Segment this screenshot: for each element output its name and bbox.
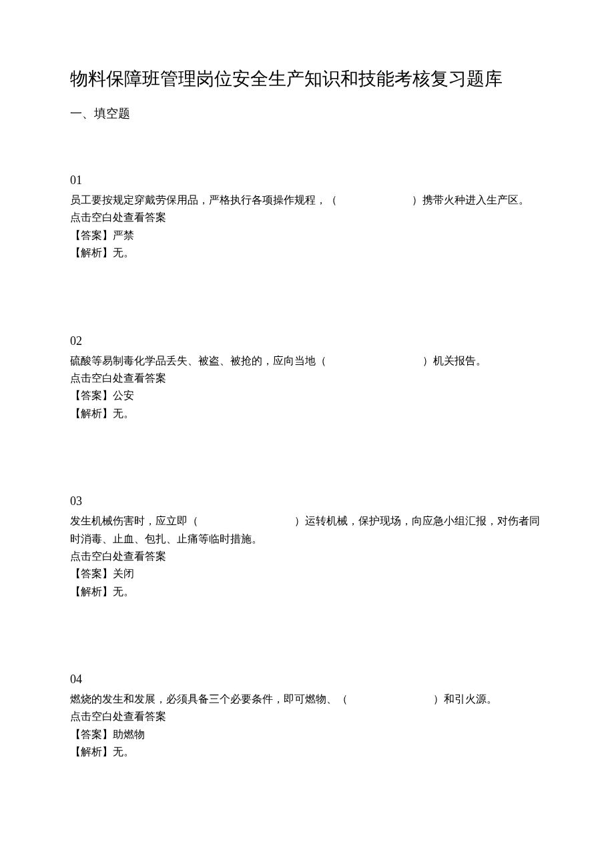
answer-text: 【答案】助燃物: [70, 726, 544, 743]
question-block: 02 硫酸等易制毒化学品丢失、被盗、被抢的，应向当地（ ）机关报告。 点击空白处…: [70, 334, 544, 423]
explain-text: 【解析】无。: [70, 583, 544, 600]
answer-text: 【答案】关闭: [70, 565, 544, 582]
question-text: 燃烧的发生和发展，必须具备三个必要条件，即可燃物、（ ）和引火源。: [70, 691, 544, 708]
question-number: 02: [70, 334, 544, 348]
answer-text: 【答案】公安: [70, 387, 544, 404]
question-number: 03: [70, 494, 544, 508]
hint-text[interactable]: 点击空白处查看答案: [70, 370, 544, 387]
document-title: 物料保障班管理岗位安全生产知识和技能考核复习题库: [70, 67, 544, 91]
answer-text: 【答案】严禁: [70, 227, 544, 244]
explain-text: 【解析】无。: [70, 244, 544, 262]
question-block: 04 燃烧的发生和发展，必须具备三个必要条件，即可燃物、（ ）和引火源。 点击空…: [70, 673, 544, 761]
question-text: 发生机械伤害时，应立即（ ）运转机械，保护现场，向应急小组汇报，对伤者同时消毒、…: [70, 512, 544, 548]
question-text: 硫酸等易制毒化学品丢失、被盗、被抢的，应向当地（ ）机关报告。: [70, 352, 544, 370]
question-text: 员工要按规定穿戴劳保用品，严格执行各项操作规程，（ ）携带火种进入生产区。: [70, 191, 544, 209]
hint-text[interactable]: 点击空白处查看答案: [70, 708, 544, 725]
question-block: 01 员工要按规定穿戴劳保用品，严格执行各项操作规程，（ ）携带火种进入生产区。…: [70, 173, 544, 262]
explain-text: 【解析】无。: [70, 405, 544, 422]
hint-text[interactable]: 点击空白处查看答案: [70, 548, 544, 565]
question-number: 01: [70, 173, 544, 187]
section-header: 一、填空题: [70, 105, 544, 121]
question-number: 04: [70, 673, 544, 687]
hint-text[interactable]: 点击空白处查看答案: [70, 209, 544, 226]
explain-text: 【解析】无。: [70, 743, 544, 761]
question-block: 03 发生机械伤害时，应立即（ ）运转机械，保护现场，向应急小组汇报，对伤者同时…: [70, 494, 544, 600]
